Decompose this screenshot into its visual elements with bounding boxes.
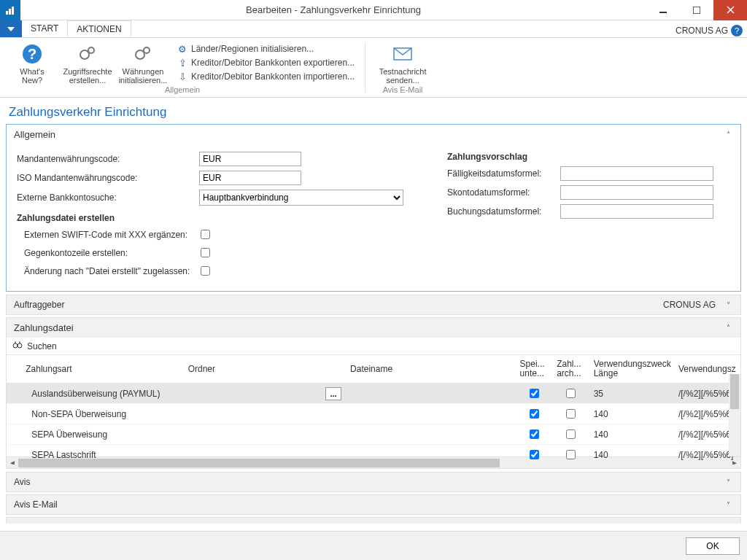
- skontodatum-input[interactable]: [560, 185, 713, 200]
- iso-label: ISO Mandantenwährungscode:: [17, 173, 199, 183]
- content-area: Allgemein ˄ Mandantenwährungscode: ISO M…: [0, 124, 747, 524]
- col-ordner[interactable]: Ordner: [184, 355, 346, 384]
- skonto-label: Skontodatumsformel:: [447, 187, 560, 198]
- ordner-lookup-button[interactable]: ...: [325, 387, 341, 400]
- svg-rect-4: [693, 7, 700, 14]
- panel-allgemein-header[interactable]: Allgemein ˄: [7, 125, 740, 144]
- cell-ordner[interactable]: [184, 424, 346, 445]
- externe-label: Externe Bankkontosuche:: [17, 192, 199, 203]
- laender-init-button[interactable]: ⚙ Länder/Regionen initialisieren...: [174, 42, 357, 55]
- gears-icon: [131, 42, 155, 66]
- svg-point-10: [80, 50, 89, 59]
- buchung-label: Buchungsdatumsformel:: [447, 206, 560, 217]
- panel-version[interactable]: Version NCP 8.10 - NAV 2016 ˅: [6, 517, 741, 524]
- col-dateiname[interactable]: Dateiname: [346, 355, 516, 384]
- zugriffsrechte-button[interactable]: Zugriffsrechte erstellen...: [63, 39, 112, 85]
- cell-ordner[interactable]: [184, 404, 346, 424]
- table-row[interactable]: SEPA Überweisung140/[/%2][/%5%6]: [7, 424, 740, 445]
- testmail-button[interactable]: Testnachricht senden...: [373, 39, 433, 85]
- cell-dateiname: [346, 404, 516, 424]
- buchungsdatum-input[interactable]: [560, 204, 713, 219]
- ribbon: ? What's New? Zugriffsrechte erstellen..…: [0, 38, 747, 98]
- close-button[interactable]: [713, 0, 747, 20]
- gegenkonto-checkbox[interactable]: [201, 248, 210, 257]
- ribbon-group-avisemail: Avis E-Mail: [383, 85, 423, 96]
- cell-ordner[interactable]: ...: [184, 384, 346, 404]
- table-row[interactable]: Non-SEPA Überweisung140/[/%2][/%5%6]: [7, 404, 740, 424]
- suchen-label[interactable]: Suchen: [27, 341, 57, 351]
- zahl-checkbox[interactable]: [566, 409, 576, 419]
- iso-mandantenwaehrung-input[interactable]: [199, 171, 301, 185]
- binoculars-icon[interactable]: [12, 341, 23, 351]
- col-zahlungsart[interactable]: Zahlungsart: [21, 355, 183, 384]
- svg-rect-3: [659, 12, 667, 13]
- waehrungen-button[interactable]: Währungen initialisieren...: [118, 39, 168, 85]
- auftraggeber-value: CRONUS AG: [663, 300, 723, 310]
- version-value: NCP 8.10 - NAV 2016: [631, 522, 723, 524]
- window-title: Bearbeiten - Zahlungsverkehr Einrichtung: [20, 4, 646, 15]
- app-icon: [0, 0, 20, 20]
- zahl-checkbox[interactable]: [566, 429, 576, 439]
- ribbon-tabs: START AKTIONEN CRONUS AG ?: [0, 20, 747, 38]
- gegenkonto-label: Gegenkontozeile erstellen:: [17, 248, 199, 258]
- panel-allgemein: Allgemein ˄ Mandantenwährungscode: ISO M…: [6, 124, 741, 292]
- tab-start[interactable]: START: [22, 20, 67, 37]
- ribbon-group-allgemein: Allgemein: [165, 85, 200, 96]
- company-indicator[interactable]: CRONUS AG ?: [676, 20, 747, 37]
- svg-point-16: [18, 343, 22, 348]
- minimize-button[interactable]: [646, 0, 680, 20]
- zahlungsdatei-grid[interactable]: Zahlungsart Ordner Dateiname Spei... unt…: [7, 355, 740, 465]
- spei-checkbox[interactable]: [530, 389, 539, 398]
- aenderung-label: Änderung nach "Datei erstellt" zugelasse…: [17, 266, 199, 276]
- zahl-checkbox[interactable]: [566, 389, 576, 398]
- chevron-down-icon: ˅: [723, 478, 733, 486]
- help-icon[interactable]: ?: [731, 25, 743, 36]
- grid-vertical-scrollbar[interactable]: [729, 374, 740, 456]
- tab-aktionen[interactable]: AKTIONEN: [67, 20, 131, 37]
- cell-vzl: 140: [589, 424, 674, 445]
- file-tab[interactable]: [0, 20, 22, 37]
- mandant-label: Mandantenwährungscode:: [17, 154, 199, 164]
- col-zahl[interactable]: Zahl... arch...: [552, 355, 589, 384]
- svg-point-13: [144, 47, 150, 53]
- panel-auftraggeber[interactable]: Auftraggeber CRONUS AG ˅: [6, 295, 741, 315]
- col-vzl[interactable]: Verwendungszweck Länge: [589, 355, 674, 384]
- page-title: Zahlungsverkehr Einrichtung: [0, 98, 747, 124]
- avis-email-header: Avis E-Mail: [14, 499, 58, 510]
- spei-checkbox[interactable]: [530, 429, 539, 439]
- document-export-icon: ⇪: [177, 57, 188, 69]
- aenderung-checkbox[interactable]: [201, 266, 210, 276]
- svg-rect-1: [9, 9, 11, 15]
- panel-avis[interactable]: Avis ˅: [6, 472, 741, 492]
- externe-bankkontosuche-select[interactable]: Hauptbankverbindung: [199, 190, 403, 206]
- zahlungsdatei-subhead: Zahlungsdatei erstellen: [17, 213, 403, 223]
- cell-vzl: 140: [589, 404, 674, 424]
- spei-checkbox[interactable]: [530, 409, 539, 419]
- col-spei[interactable]: Spei... unte...: [516, 355, 553, 384]
- document-gear-icon: ⚙: [177, 43, 188, 55]
- document-import-icon: ⇩: [177, 71, 188, 82]
- svg-point-15: [13, 343, 18, 348]
- bank-export-button[interactable]: ⇪ Kreditor/Debitor Bankkonten exportiere…: [174, 56, 357, 69]
- table-row[interactable]: Auslandsüberweisung (PAYMUL)...35/[/%2][…: [7, 384, 740, 404]
- svg-marker-7: [7, 27, 15, 31]
- panel-avis-email[interactable]: Avis E-Mail ˅: [6, 494, 741, 515]
- swift-label: Externen SWIFT-Code mit XXX ergänzen:: [17, 230, 199, 240]
- cell-vzl: 35: [589, 384, 674, 404]
- svg-point-11: [88, 47, 94, 53]
- swift-checkbox[interactable]: [201, 230, 210, 239]
- whats-new-button[interactable]: ? What's New?: [7, 39, 57, 85]
- svg-text:?: ?: [28, 46, 36, 62]
- ok-button[interactable]: OK: [686, 537, 740, 555]
- panel-zahlungsdatei-header[interactable]: Zahlungsdatei ˄: [7, 318, 740, 338]
- footer: OK: [0, 531, 747, 560]
- auftraggeber-header: Auftraggeber: [14, 300, 64, 310]
- maximize-button[interactable]: [680, 0, 713, 20]
- mandantenwaehrung-input[interactable]: [199, 152, 301, 166]
- chevron-up-icon: ˄: [723, 131, 733, 139]
- grid-horizontal-scrollbar[interactable]: ◄ ►: [7, 456, 740, 468]
- bank-import-button[interactable]: ⇩ Kreditor/Debitor Bankkonten importiere…: [174, 70, 357, 83]
- svg-rect-0: [6, 11, 8, 15]
- chevron-down-icon: ˅: [723, 301, 733, 309]
- faelligkeitsdatum-input[interactable]: [560, 166, 713, 181]
